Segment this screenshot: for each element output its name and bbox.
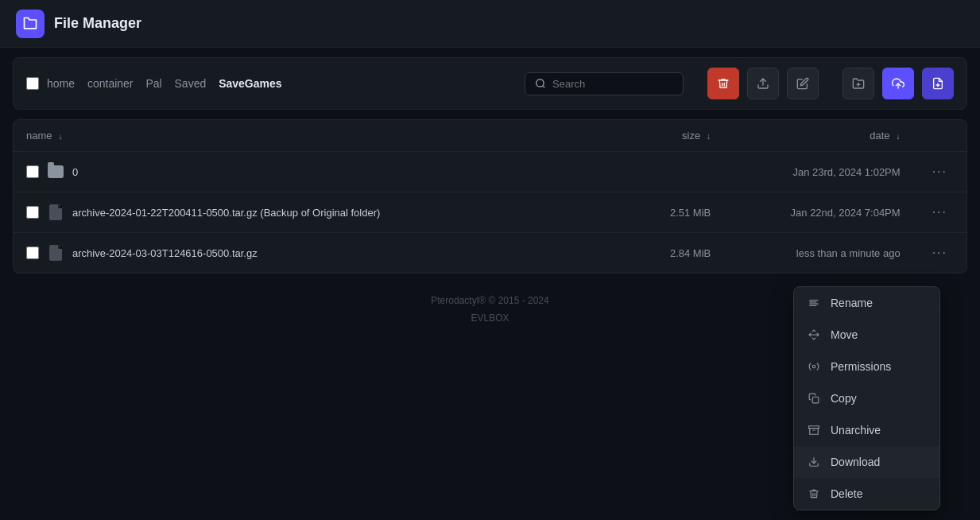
breadcrumb-pal[interactable]: Pal <box>145 77 161 90</box>
table-row: archive-2024-01-22T200411-0500.tar.gz (B… <box>14 192 966 233</box>
new-file-button[interactable] <box>922 68 954 99</box>
upload-icon <box>892 77 904 90</box>
toolbar: home container Pal Saved SaveGames <box>13 57 967 110</box>
header: File Manager <box>0 0 980 48</box>
sort-arrow-size: ↓ <box>707 131 711 141</box>
file-size <box>582 152 724 192</box>
file-table: name ↓ size ↓ date ↓ 0Jan 23rd, 2024 1:0… <box>14 120 966 273</box>
select-all-checkbox[interactable] <box>26 77 39 90</box>
file-date: Jan 23rd, 2024 1:02PM <box>723 152 912 192</box>
svg-point-0 <box>536 80 544 87</box>
sort-arrow-date: ↓ <box>896 131 901 141</box>
app-title: File Manager <box>54 15 141 32</box>
context-menu-move[interactable]: Move <box>794 319 939 351</box>
col-header-actions <box>913 120 966 152</box>
svg-line-1 <box>543 86 545 88</box>
file-actions-button[interactable]: ··· <box>926 243 954 263</box>
search-icon <box>535 78 546 89</box>
context-menu-rename-label: Rename <box>831 297 873 309</box>
edit-icon <box>796 77 809 90</box>
file-actions-button[interactable]: ··· <box>926 202 954 223</box>
file-name: archive-2024-01-22T200411-0500.tar.gz (B… <box>72 207 380 219</box>
col-header-date[interactable]: date ↓ <box>723 120 912 152</box>
delete-icon <box>807 487 821 501</box>
context-menu-download[interactable]: Download <box>794 446 939 478</box>
breadcrumb-savegames[interactable]: SaveGames <box>219 77 281 90</box>
row-checkbox[interactable] <box>26 246 39 259</box>
rename-icon <box>807 296 821 310</box>
context-menu-permissions-label: Permissions <box>831 360 891 373</box>
move-icon <box>757 77 769 90</box>
file-icon <box>47 244 64 262</box>
table-row: archive-2024-03-03T124616-0500.tar.gz2.8… <box>14 233 966 274</box>
breadcrumb-container[interactable]: container <box>87 77 134 90</box>
new-folder-button[interactable] <box>842 68 874 99</box>
context-menu-unarchive-label: Unarchive <box>831 424 881 437</box>
upload-button[interactable] <box>882 68 914 99</box>
file-actions-button[interactable]: ··· <box>926 161 954 182</box>
svg-rect-15 <box>809 426 819 429</box>
new-file-icon <box>932 77 944 90</box>
rename-button[interactable] <box>787 68 819 99</box>
svg-rect-14 <box>812 397 819 403</box>
folder-icon <box>47 163 64 180</box>
col-header-size[interactable]: size ↓ <box>582 120 724 152</box>
file-actions-cell: ··· <box>913 152 966 192</box>
file-date: Jan 22nd, 2024 7:04PM <box>723 192 912 233</box>
file-icon <box>47 204 64 221</box>
breadcrumb-saved[interactable]: Saved <box>175 77 207 90</box>
file-actions-cell: ··· <box>913 233 966 274</box>
file-name: archive-2024-03-03T124616-0500.tar.gz <box>72 247 258 259</box>
context-menu-copy[interactable]: Copy <box>794 382 939 414</box>
move-out-button[interactable] <box>747 68 779 99</box>
copy-icon <box>807 391 821 406</box>
context-menu: RenameMovePermissionsCopyUnarchiveDownlo… <box>793 286 940 510</box>
context-menu-move-label: Move <box>831 328 858 341</box>
context-menu-delete[interactable]: Delete <box>794 478 939 510</box>
context-menu-delete-label: Delete <box>831 487 862 500</box>
file-size: 2.51 MiB <box>582 192 724 233</box>
breadcrumb: home container Pal Saved SaveGames <box>47 77 517 90</box>
context-menu-rename[interactable]: Rename <box>794 287 939 319</box>
file-actions-cell: ··· <box>913 192 966 233</box>
search-box <box>525 72 684 95</box>
table-row: 0Jan 23rd, 2024 1:02PM··· <box>14 152 966 192</box>
file-table-wrapper: name ↓ size ↓ date ↓ 0Jan 23rd, 2024 1:0… <box>13 119 967 274</box>
context-menu-copy-label: Copy <box>831 392 857 405</box>
breadcrumb-home[interactable]: home <box>47 77 75 90</box>
folder-plus-icon <box>852 77 865 90</box>
row-checkbox[interactable] <box>26 206 39 219</box>
app-icon <box>16 10 45 38</box>
download-icon <box>807 455 821 469</box>
permissions-icon <box>807 359 821 374</box>
context-menu-download-label: Download <box>831 456 880 468</box>
sort-arrow-name: ↓ <box>58 131 63 141</box>
file-name: 0 <box>72 166 78 178</box>
col-header-name[interactable]: name ↓ <box>14 120 582 152</box>
file-size: 2.84 MiB <box>582 233 724 274</box>
context-menu-permissions[interactable]: Permissions <box>794 351 939 382</box>
row-checkbox[interactable] <box>26 165 39 178</box>
move-icon <box>807 328 821 342</box>
svg-point-13 <box>812 365 815 368</box>
trash-icon <box>717 77 730 90</box>
context-menu-unarchive[interactable]: Unarchive <box>794 414 939 446</box>
file-date: less than a minute ago <box>723 233 912 274</box>
search-input[interactable] <box>552 78 656 90</box>
delete-button[interactable] <box>707 68 739 99</box>
unarchive-icon <box>807 423 821 437</box>
